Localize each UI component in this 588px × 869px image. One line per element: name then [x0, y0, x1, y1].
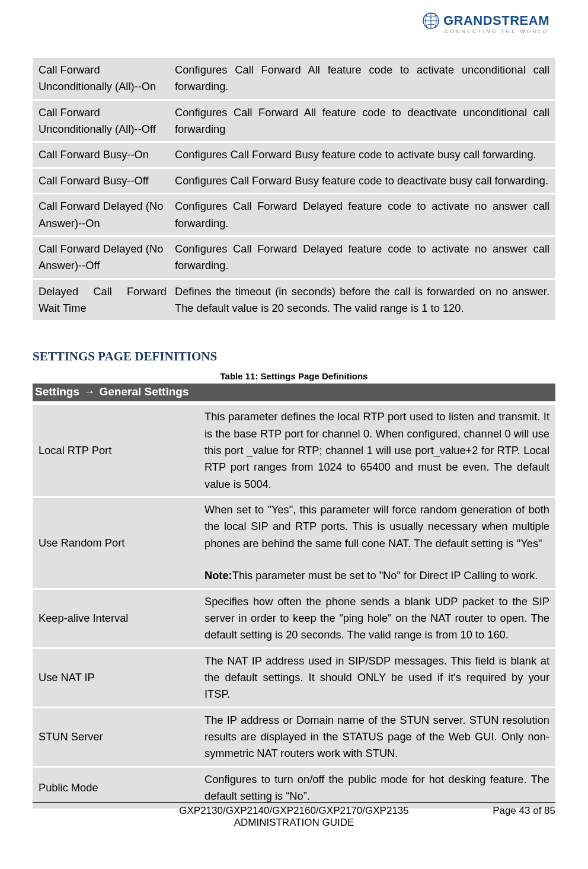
row-desc: This parameter defines the local RTP por…	[199, 405, 555, 496]
table-row: Call Forward Busy--OnConfigures Call For…	[33, 143, 555, 167]
row-label: Call Forward Busy--On	[33, 143, 169, 167]
table-row: Call Forward Delayed (No Answer)--OnConf…	[33, 194, 555, 235]
table-row: Call Forward Busy--OffConfigures Call Fo…	[33, 169, 555, 193]
definitions-table-2: Local RTP PortThis parameter defines the…	[33, 403, 555, 810]
footer-left	[33, 805, 139, 829]
footer-center: GXP2130/GXP2140/GXP2160/GXP2170/GXP2135 …	[139, 805, 449, 829]
nav-path-bar: Settings → General Settings	[33, 384, 555, 401]
footer-rule	[33, 802, 555, 803]
row-desc: Configures Call Forward Busy feature cod…	[169, 169, 555, 193]
table-row: Use Random PortWhen set to "Yes", this p…	[33, 498, 555, 587]
row-desc-main: When set to "Yes", this parameter will f…	[204, 501, 549, 552]
row-desc: Configures Call Forward All feature code…	[169, 101, 555, 142]
table-caption: Table 11: Settings Page Definitions	[33, 371, 555, 381]
row-desc: Configures Call Forward Delayed feature …	[169, 194, 555, 235]
path-right: General Settings	[100, 385, 189, 398]
row-desc: Configures Call Forward Busy feature cod…	[169, 143, 555, 167]
row-label: Use Random Port	[33, 498, 199, 587]
globe-icon	[422, 12, 440, 30]
row-desc: When set to "Yes", this parameter will f…	[199, 498, 555, 587]
row-label: Call Forward Unconditionally (All)--On	[33, 58, 169, 99]
table-row: Use NAT IPThe NAT IP address used in SIP…	[33, 649, 555, 707]
row-label: Use NAT IP	[33, 649, 199, 707]
row-label: Delayed Call Forward Wait Time	[33, 280, 169, 321]
table-row: Call Forward Unconditionally (All)--OffC…	[33, 101, 555, 142]
row-desc: Defines the timeout (in seconds) before …	[169, 280, 555, 321]
page-footer: GXP2130/GXP2140/GXP2160/GXP2170/GXP2135 …	[33, 802, 555, 829]
row-desc: Configures Call Forward All feature code…	[169, 58, 555, 99]
brand-tagline: CONNECTING THE WORLD	[422, 28, 549, 34]
note-label: Note:	[204, 569, 232, 582]
brand-name: GRANDSTREAM	[443, 13, 549, 28]
table-row: STUN ServerThe IP address or Domain name…	[33, 708, 555, 766]
row-desc: The IP address or Domain name of the STU…	[199, 708, 555, 766]
row-label: Local RTP Port	[33, 405, 199, 496]
path-left: Settings	[35, 385, 79, 398]
row-label: Call Forward Delayed (No Answer)--On	[33, 194, 169, 235]
table-row: Call Forward Delayed (No Answer)--OffCon…	[33, 237, 555, 278]
section-heading: SETTINGS PAGE DEFINITIONS	[33, 349, 555, 364]
table-row: Keep-alive IntervalSpecifies how often t…	[33, 590, 555, 647]
table-row: Call Forward Unconditionally (All)--OnCo…	[33, 58, 555, 99]
row-label: Call Forward Unconditionally (All)--Off	[33, 101, 169, 142]
brand-logo: GRANDSTREAM CONNECTING THE WORLD	[422, 12, 549, 34]
footer-doc-subtitle: ADMINISTRATION GUIDE	[139, 817, 449, 829]
table-row: Delayed Call Forward Wait TimeDefines th…	[33, 280, 555, 321]
row-desc: Configures Call Forward Delayed feature …	[169, 237, 555, 278]
row-label: Call Forward Delayed (No Answer)--Off	[33, 237, 169, 278]
row-label: Keep-alive Interval	[33, 590, 199, 647]
row-desc: Specifies how often the phone sends a bl…	[199, 590, 555, 647]
row-desc: The NAT IP address used in SIP/SDP messa…	[199, 649, 555, 707]
table-row: Local RTP PortThis parameter defines the…	[33, 405, 555, 496]
header-logo-area: GRANDSTREAM CONNECTING THE WORLD	[33, 12, 555, 36]
row-label: Call Forward Busy--Off	[33, 169, 169, 193]
definitions-table-1: Call Forward Unconditionally (All)--OnCo…	[33, 56, 555, 322]
note-text: This parameter must be set to "No" for D…	[232, 569, 538, 582]
footer-doc-title: GXP2130/GXP2140/GXP2160/GXP2170/GXP2135	[179, 805, 409, 816]
row-label: STUN Server	[33, 708, 199, 766]
footer-page-number: Page 43 of 85	[449, 805, 555, 829]
arrow-right-icon: →	[82, 385, 96, 398]
